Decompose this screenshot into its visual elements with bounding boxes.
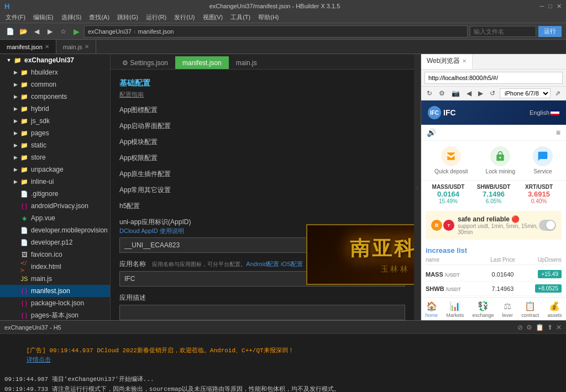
- terminal-maximize-btn[interactable]: ⬆: [547, 324, 553, 331]
- increase-row-shwb[interactable]: SHWB /USDT 7.14963 +8.0525: [426, 282, 562, 296]
- tab-manifest-json[interactable]: manifest.json: [175, 56, 229, 69]
- sidebar-item-components[interactable]: ▶ 📁 components: [0, 91, 110, 103]
- web-tab-close[interactable]: ✕: [462, 58, 467, 64]
- sidebar-item-packagelockjson[interactable]: ▶ { } package-lock.json: [0, 297, 110, 309]
- menu-tool[interactable]: 工具(T): [227, 13, 254, 22]
- minimize-button[interactable]: ─: [540, 3, 544, 10]
- volume-icon[interactable]: 🔊: [427, 128, 436, 137]
- web-device-select[interactable]: iPhone 6/7/8 iPhone X iPad: [500, 88, 551, 98]
- sidebar-item-pages[interactable]: ▶ 📁 pages: [0, 127, 110, 139]
- appdesc-input[interactable]: [119, 305, 405, 320]
- sidebar-item-mainjs[interactable]: ▶ JS main.js: [0, 273, 110, 285]
- sidebar-item-inlineui[interactable]: ▶ 📁 inline-ui: [0, 176, 110, 188]
- run-button[interactable]: 运行: [538, 26, 562, 37]
- tab-settings-json[interactable]: ⚙ Settings.json: [115, 56, 175, 69]
- terminal-ad-link[interactable]: 详情点击: [27, 357, 51, 363]
- terminal-filter-btn[interactable]: ⚙: [526, 324, 532, 331]
- sidebar-item-store[interactable]: ▶ 📁 store: [0, 151, 110, 163]
- toolbar-run[interactable]: ▶: [71, 26, 82, 37]
- sidebar-item-gitignore[interactable]: ▶ 📄 .gitignore: [0, 188, 110, 200]
- breadcrumb-file[interactable]: manifest.json: [138, 28, 174, 35]
- web-screenshot-btn[interactable]: 📷: [449, 88, 462, 98]
- menu-view[interactable]: 视图(V): [200, 13, 227, 22]
- breadcrumb-project[interactable]: exChangeUni37: [88, 28, 132, 35]
- tab-main-js[interactable]: main.js: [229, 56, 264, 69]
- toolbar-forward[interactable]: ▶: [44, 26, 55, 37]
- appname-android-link[interactable]: Android配置: [246, 261, 279, 267]
- menu-jump[interactable]: 跳转(G): [114, 13, 142, 22]
- safe-subtitle: support usdt, 1min, 5min, 15min, 30min: [458, 223, 539, 235]
- title-bar-controls: ─ □ ✕: [540, 3, 562, 10]
- collapse-handle[interactable]: ‹: [414, 54, 421, 320]
- web-nav-markets[interactable]: 📊 Markets: [446, 301, 464, 318]
- terminal-clear-btn[interactable]: ⊘: [517, 324, 523, 331]
- search-input[interactable]: [470, 26, 536, 37]
- sidebar-root[interactable]: ▼ 📁 exChangeUni37: [0, 54, 110, 66]
- web-nav-exchange[interactable]: 💱 exchange: [472, 301, 494, 318]
- appname-ios-link[interactable]: iOS配置: [281, 261, 303, 267]
- price-item-mass[interactable]: MASS/USDT 0.0164 15.49%: [426, 184, 471, 204]
- market-icon-lock-mining[interactable]: Lock mining: [486, 146, 515, 174]
- price-item-xrt[interactable]: XRT/USDT 3.6915 0.40%: [516, 184, 562, 204]
- tab-manifest-close[interactable]: ✕: [45, 44, 49, 50]
- sidebar-item-devp12[interactable]: ▶ 📄 developer.p12: [0, 236, 110, 248]
- tab-mainjs-label: main.js: [63, 44, 82, 50]
- web-back-btn[interactable]: ◀: [464, 88, 474, 98]
- web-nav-contract[interactable]: 📋 contract: [521, 301, 539, 318]
- web-forward-btn[interactable]: ▶: [476, 88, 485, 98]
- sidebar-item-manifestjson[interactable]: ▶ { } manifest.json: [0, 285, 110, 297]
- market-icon-quick-deposit[interactable]: Quick deposit: [434, 146, 468, 174]
- price-item-shwb[interactable]: SHWB/USDT 7.1496 6.05%: [471, 184, 516, 204]
- increase-row-mass[interactable]: MASS /USDT 0.01640 +15.49: [426, 267, 562, 282]
- toolbar-new[interactable]: 📄: [4, 26, 15, 37]
- safe-toggle[interactable]: [539, 220, 556, 231]
- more-icon[interactable]: ≡: [556, 128, 560, 137]
- web-nav-lever[interactable]: ⚖ lever: [502, 301, 513, 318]
- menu-publish[interactable]: 发行(U): [171, 13, 198, 22]
- menu-select[interactable]: 选择(S): [58, 13, 85, 22]
- overlay-title: 南亚科技: [350, 235, 414, 262]
- sidebar-item-pagesbasejson[interactable]: ▶ { } pages-基本.json: [0, 309, 110, 320]
- web-settings-btn[interactable]: ⚙: [437, 88, 447, 98]
- sidebar-item-unpackage[interactable]: ▶ 📁 unpackage: [0, 163, 110, 176]
- folder-icon-jssdk: 📁: [20, 116, 29, 125]
- tab-mainjs-close[interactable]: ✕: [85, 44, 89, 50]
- toolbar-open[interactable]: 📂: [18, 26, 29, 37]
- menu-run[interactable]: 运行(R): [143, 13, 170, 22]
- close-button[interactable]: ✕: [557, 3, 562, 10]
- web-rotate-btn[interactable]: ↻: [424, 88, 434, 98]
- section-subtitle-guide[interactable]: 配置指南: [119, 91, 405, 99]
- toolbar-bookmark[interactable]: ☆: [57, 26, 69, 37]
- menu-edit[interactable]: 编辑(E): [30, 13, 57, 22]
- market-icon-service[interactable]: Service: [533, 146, 553, 174]
- sidebar-item-appvue[interactable]: ▶ ◈ App.vue: [0, 212, 110, 224]
- sidebar-item-androidprivacy[interactable]: ▶ { } androidPrivacy.json: [0, 200, 110, 212]
- toolbar-back[interactable]: ◀: [31, 26, 42, 37]
- web-open-btn[interactable]: ⇗: [553, 88, 563, 98]
- sidebar-item-favicon[interactable]: ▶ 🖼 favicon.ico: [0, 248, 110, 261]
- sidebar-item-hbuilderx[interactable]: ▶ 📁 hbuilderx: [0, 66, 110, 78]
- web-tab-browser[interactable]: Web浏览器 ✕: [421, 54, 473, 69]
- ifc-lang[interactable]: English: [530, 109, 559, 116]
- sidebar-item-jssdk[interactable]: ▶ 📁 js_sdk: [0, 115, 110, 127]
- web-url-input[interactable]: [424, 72, 563, 84]
- sidebar-item-static[interactable]: ▶ 📁 static: [0, 139, 110, 151]
- appid-link[interactable]: DCloud AppID 使用说明: [119, 227, 184, 234]
- sidebar-item-common[interactable]: ▶ 📁 common: [0, 78, 110, 91]
- menu-help[interactable]: 帮助(H): [255, 13, 282, 22]
- maximize-button[interactable]: □: [548, 3, 552, 10]
- web-refresh-btn[interactable]: ↺: [488, 88, 497, 98]
- web-nav-home[interactable]: 🏠 home: [426, 301, 438, 318]
- terminal-close-btn[interactable]: ✕: [556, 324, 562, 331]
- sidebar-item-devprovision[interactable]: ▶ 📄 developer.mobileprovision: [0, 224, 110, 236]
- web-nav-assets[interactable]: 💰 assets: [547, 301, 562, 318]
- folder-icon-hbuilderx: 📁: [20, 68, 29, 77]
- sidebar-item-indexhtml[interactable]: ▶ ≺/≻ index.html: [0, 261, 110, 273]
- sidebar-item-hybrid[interactable]: ▶ 📁 hybrid: [0, 103, 110, 115]
- menu-find[interactable]: 查找(A): [86, 13, 113, 22]
- tab-mainjs[interactable]: main.js ✕: [56, 40, 96, 54]
- terminal-copy-btn[interactable]: 📋: [536, 324, 544, 331]
- menu-file[interactable]: 文件(F): [2, 13, 29, 22]
- safe-fire-icon: 🔴: [511, 215, 520, 223]
- tab-manifest[interactable]: manifest.json ✕: [0, 40, 56, 54]
